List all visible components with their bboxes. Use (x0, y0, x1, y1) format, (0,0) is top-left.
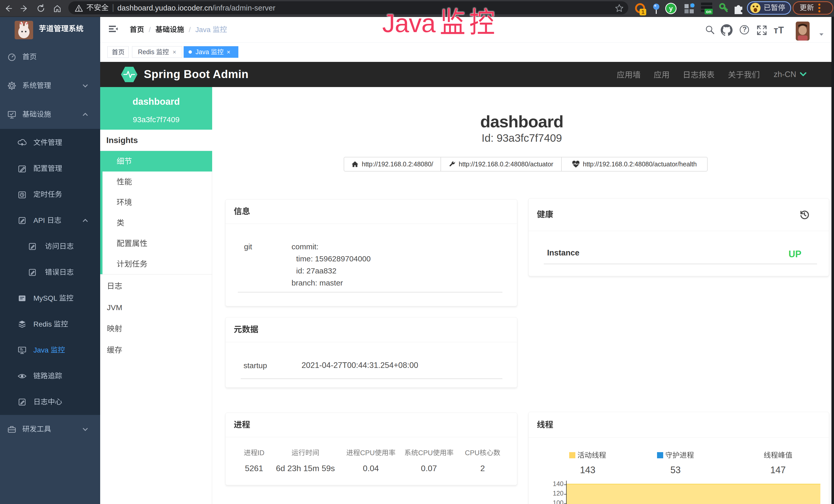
svg-text:on: on (706, 9, 711, 14)
svg-text:1: 1 (641, 9, 644, 15)
svg-text:y: y (669, 5, 673, 12)
